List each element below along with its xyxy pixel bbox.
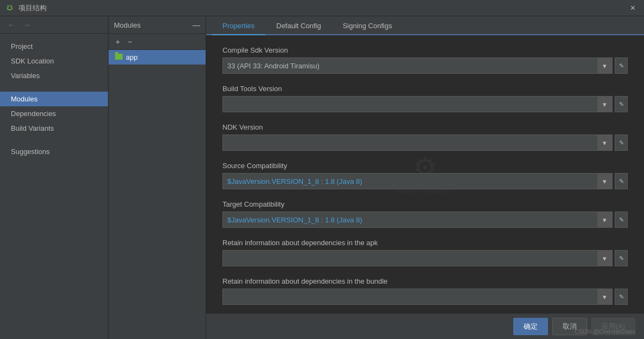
select-wrapper-compile-sdk: 33 (API 33: Android Tiramisu) ▾ (222, 57, 613, 74)
title-bar: 项目结构 × (0, 0, 644, 16)
dropdown-target-compat-btn[interactable]: ▾ (597, 212, 613, 228)
label-ndk-version: NDK Version (222, 123, 628, 131)
footer-watermark: CSDN @OrientalGlass (575, 328, 635, 335)
sidebar-nav: ← → (0, 16, 108, 34)
field-retain-apk: Retain information about dependencies in… (222, 239, 628, 266)
sidebar-item-variables[interactable]: Variables (0, 68, 108, 83)
label-retain-bundle: Retain information about dependencies in… (222, 277, 628, 285)
select-wrapper-ndk: ▾ (222, 135, 613, 151)
select-retain-apk[interactable] (222, 250, 613, 266)
sidebar-separator (0, 83, 108, 92)
edit-compile-sdk-btn[interactable]: ✎ (615, 57, 628, 74)
label-target-compatibility: Target Compatibility (222, 200, 628, 208)
tab-signing-configs[interactable]: Signing Configs (332, 16, 403, 35)
chevron-down-icon: ▾ (603, 216, 607, 224)
edit-build-tools-btn[interactable]: ✎ (615, 96, 628, 112)
module-panel: Modules — + − app (109, 16, 206, 339)
dropdown-ndk-btn[interactable]: ▾ (597, 135, 613, 151)
field-target-compatibility: Target Compatibility $JavaVersion.VERSIO… (222, 200, 628, 228)
edit-retain-apk-btn[interactable]: ✎ (615, 250, 628, 266)
module-header: Modules — (109, 16, 206, 34)
tabs: Properties Default Config Signing Config… (206, 16, 644, 35)
dropdown-build-tools-btn[interactable]: ▾ (597, 96, 613, 112)
edit-target-compat-btn[interactable]: ✎ (615, 212, 628, 228)
pencil-icon: ✎ (619, 293, 624, 300)
select-target-compatibility[interactable]: $JavaVersion.VERSION_1_8 : 1.8 (Java 8) (222, 212, 613, 228)
row-retain-apk: ▾ ✎ (222, 250, 628, 266)
field-retain-bundle: Retain information about dependencies in… (222, 277, 628, 305)
module-toolbar: + − (109, 34, 206, 50)
edit-source-compat-btn[interactable]: ✎ (615, 173, 628, 189)
main-container: ← → Project SDK Location Variables Modul… (0, 16, 644, 339)
module-collapse-btn[interactable]: — (193, 21, 200, 29)
dropdown-retain-apk-btn[interactable]: ▾ (597, 250, 613, 266)
select-wrapper-retain-bundle: ▾ (222, 289, 613, 305)
chevron-down-icon: ▾ (603, 100, 607, 108)
sidebar-separator-2 (0, 136, 108, 144)
chevron-down-icon: ▾ (603, 177, 607, 186)
select-source-compatibility[interactable]: $JavaVersion.VERSION_1_8 : 1.8 (Java 8) (222, 173, 613, 189)
pencil-icon: ✎ (619, 101, 624, 108)
pencil-icon: ✎ (619, 62, 624, 69)
title-bar-title: 项目结构 (18, 3, 627, 13)
form-content: ⚙ build models Compile Sdk Version 33 (A… (206, 35, 644, 313)
confirm-button[interactable]: 确定 (513, 318, 548, 335)
select-wrapper-source-compat: $JavaVersion.VERSION_1_8 : 1.8 (Java 8) … (222, 173, 613, 189)
remove-module-btn[interactable]: − (126, 37, 133, 47)
row-build-tools-version: ▾ ✎ (222, 96, 628, 112)
sidebar-item-suggestions[interactable]: Suggestions (0, 144, 108, 159)
chevron-down-icon: ▾ (603, 293, 607, 301)
module-folder-icon (115, 54, 123, 61)
field-build-tools-version: Build Tools Version ▾ ✎ (222, 85, 628, 112)
field-ndk-version: NDK Version ▾ ✎ (222, 123, 628, 151)
add-module-btn[interactable]: + (114, 37, 122, 47)
tab-properties[interactable]: Properties (212, 16, 265, 35)
footer: 确定 取消 应用(A) CSDN @OrientalGlass (206, 313, 644, 339)
select-wrapper-target-compat: $JavaVersion.VERSION_1_8 : 1.8 (Java 8) … (222, 212, 613, 228)
select-compile-sdk-version[interactable]: 33 (API 33: Android Tiramisu) (222, 57, 613, 74)
sidebar-item-sdk-location[interactable]: SDK Location (0, 54, 108, 68)
dropdown-compile-sdk-btn[interactable]: ▾ (597, 57, 613, 74)
chevron-down-icon: ▾ (603, 254, 607, 263)
module-item-app[interactable]: app (109, 50, 206, 65)
select-build-tools-version[interactable] (222, 96, 613, 112)
sidebar-item-modules[interactable]: Modules (0, 92, 108, 106)
label-source-compatibility: Source Compatibility (222, 162, 628, 170)
module-item-label: app (126, 53, 138, 61)
edit-retain-bundle-btn[interactable]: ✎ (615, 289, 628, 305)
module-list: app (109, 50, 206, 339)
sidebar: ← → Project SDK Location Variables Modul… (0, 16, 109, 339)
field-source-compatibility: Source Compatibility $JavaVersion.VERSIO… (222, 162, 628, 189)
field-compile-sdk-version: Compile Sdk Version 33 (API 33: Android … (222, 46, 628, 74)
tab-default-config[interactable]: Default Config (265, 16, 331, 35)
chevron-down-icon: ▾ (603, 62, 607, 70)
android-icon (5, 4, 14, 12)
select-retain-bundle[interactable] (222, 289, 613, 305)
sidebar-item-project[interactable]: Project (0, 39, 108, 54)
edit-ndk-btn[interactable]: ✎ (615, 135, 628, 151)
row-target-compatibility: $JavaVersion.VERSION_1_8 : 1.8 (Java 8) … (222, 212, 628, 228)
row-compile-sdk-version: 33 (API 33: Android Tiramisu) ▾ ✎ (222, 57, 628, 74)
select-wrapper-retain-apk: ▾ (222, 250, 613, 266)
sidebar-item-build-variants[interactable]: Build Variants (0, 121, 108, 136)
forward-arrow[interactable]: → (21, 20, 33, 30)
dropdown-source-compat-btn[interactable]: ▾ (597, 173, 613, 189)
label-compile-sdk-version: Compile Sdk Version (222, 46, 628, 54)
label-retain-apk: Retain information about dependencies in… (222, 239, 628, 247)
back-arrow[interactable]: ← (5, 20, 17, 30)
close-button[interactable]: × (627, 2, 639, 14)
select-ndk-version[interactable] (222, 135, 613, 151)
chevron-down-icon: ▾ (603, 139, 607, 147)
content-panel: Properties Default Config Signing Config… (206, 16, 644, 339)
pencil-icon: ✎ (619, 139, 624, 146)
select-wrapper-build-tools: ▾ (222, 96, 613, 112)
pencil-icon: ✎ (619, 178, 624, 185)
row-source-compatibility: $JavaVersion.VERSION_1_8 : 1.8 (Java 8) … (222, 173, 628, 189)
label-build-tools-version: Build Tools Version (222, 85, 628, 93)
sidebar-items: Project SDK Location Variables Modules D… (0, 34, 108, 164)
pencil-icon: ✎ (619, 216, 624, 223)
row-retain-bundle: ▾ ✎ (222, 289, 628, 305)
dropdown-retain-bundle-btn[interactable]: ▾ (597, 289, 613, 305)
module-panel-title: Modules (114, 21, 141, 29)
sidebar-item-dependencies[interactable]: Dependencies (0, 106, 108, 121)
